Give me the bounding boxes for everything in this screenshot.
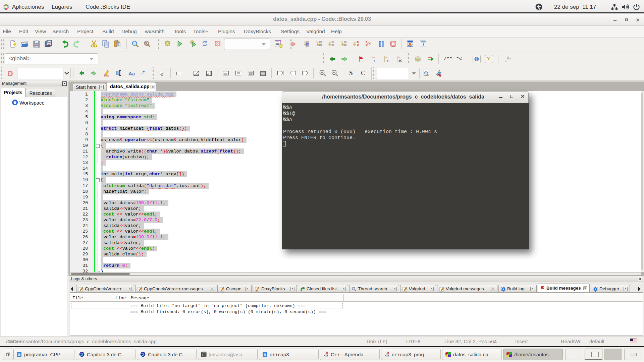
svg-text:R: R xyxy=(145,41,148,45)
